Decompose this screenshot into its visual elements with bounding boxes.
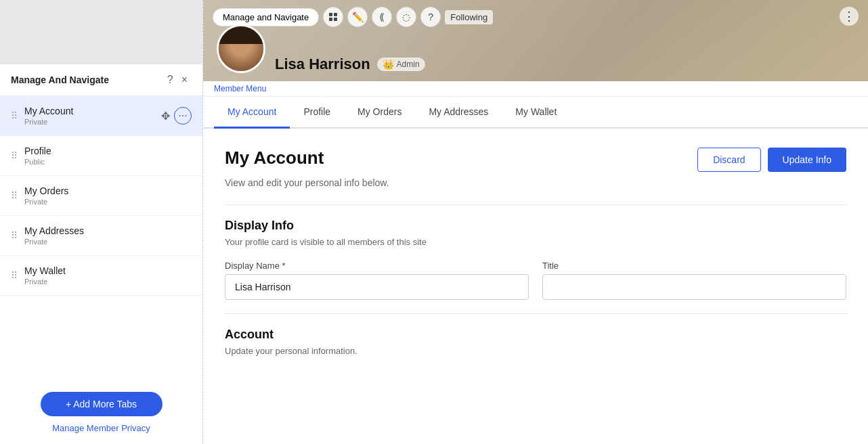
nav-item-my-wallet-name: My Wallet [24,265,192,276]
display-info-subtitle: Your profile card is visible to all memb… [225,237,846,247]
divider-2 [225,313,846,314]
nav-item-my-orders-privacy: Private [24,198,192,206]
manage-panel-title: Manage And Navigate [11,74,163,85]
drag-handle-profile[interactable]: ⠿ [11,150,18,161]
left-footer: + Add More Tabs Manage Member Privacy [0,378,202,444]
nav-item-my-orders-text: My Orders Private [24,185,192,206]
svg-rect-1 [334,13,337,16]
display-name-label: Display Name * [225,261,529,271]
drag-handle-my-wallet[interactable]: ⠿ [11,270,18,281]
following-label: Following [445,10,493,24]
admin-badge: 👑 Admin [377,58,425,71]
add-more-tabs-button[interactable]: + Add More Tabs [41,392,162,416]
manage-member-privacy-link[interactable]: Manage Member Privacy [52,423,150,433]
close-button[interactable]: × [177,72,192,87]
profile-avatar-wrap [217,24,265,73]
divider-1 [225,204,846,205]
profile-header: Manage and Navigate ✏️ ⟪ ◌ ? Following L… [203,0,868,81]
title-group: Title [542,261,846,300]
tabs-bar: My Account Profile My Orders My Addresse… [203,97,868,129]
nav-item-my-wallet[interactable]: ⠿ My Wallet Private [0,256,202,296]
display-name-group: Display Name * [225,261,529,300]
account-section-title: Account [225,328,846,342]
tab-profile[interactable]: Profile [290,97,344,129]
left-top-bg [0,0,202,64]
circle-icon[interactable]: ◌ [396,7,416,27]
drag-handle-my-account[interactable]: ⠿ [11,110,18,121]
help-button[interactable]: ? [163,72,177,87]
page-title: My Account [225,148,324,169]
layout-icon[interactable] [323,7,343,27]
left-panel: Manage And Navigate ? × ⠿ My Account Pri… [0,0,203,444]
nav-item-my-account-text: My Account Private [24,106,161,126]
move-icon-my-account[interactable]: ✥ [161,110,170,123]
title-label: Title [542,261,846,271]
svg-rect-3 [334,18,337,21]
nav-item-my-account-privacy: Private [24,118,161,126]
drag-handle-my-orders[interactable]: ⠿ [11,190,18,201]
nav-item-my-orders[interactable]: ⠿ My Orders Private [0,176,202,216]
nav-item-profile-name: Profile [24,146,192,156]
tab-my-wallet[interactable]: My Wallet [502,97,570,129]
nav-item-my-addresses-privacy: Private [24,238,192,246]
more-btn-my-account[interactable]: ··· [174,107,192,125]
manage-header: Manage And Navigate ? × [0,64,202,96]
nav-item-profile-privacy: Public [24,158,192,166]
help-circle-icon[interactable]: ? [420,7,441,27]
title-input[interactable] [542,274,846,300]
edit-icon[interactable]: ✏️ [347,7,368,27]
manage-navigate-button[interactable]: Manage and Navigate [213,8,319,26]
nav-item-my-addresses[interactable]: ⠿ My Addresses Private [0,216,202,256]
profile-name: Lisa Harrison [275,56,370,73]
svg-rect-0 [329,13,332,16]
nav-item-my-wallet-privacy: Private [24,278,192,286]
page-subtitle: View and edit your personal info below. [225,177,846,188]
nav-item-my-addresses-name: My Addresses [24,225,192,236]
display-info-title: Display Info [225,219,846,233]
nav-item-my-account-actions: ✥ ··· [161,107,192,125]
crown-icon: 👑 [383,59,394,70]
tab-my-orders[interactable]: My Orders [344,97,415,129]
admin-label: Admin [397,60,420,69]
nav-item-my-orders-name: My Orders [24,185,192,196]
nav-item-profile-text: Profile Public [24,146,192,166]
update-info-button[interactable]: Update Info [768,148,846,172]
main-content: My Account Discard Update Info View and … [203,129,868,444]
page-header: My Account Discard Update Info [225,148,846,172]
account-section-subtitle: Update your personal information. [225,346,846,356]
nav-item-my-account-name: My Account [24,106,161,116]
header-actions: Discard Update Info [697,148,846,172]
nav-item-my-addresses-text: My Addresses Private [24,225,192,246]
avatar-hair [219,26,263,44]
display-name-input[interactable] [225,274,529,300]
avatar-face [219,26,263,71]
profile-info: Lisa Harrison 👑 Admin [275,56,425,73]
member-menu-label: Member Menu [203,81,868,97]
nav-item-my-wallet-text: My Wallet Private [24,265,192,286]
discard-button[interactable]: Discard [697,148,760,172]
tab-my-account[interactable]: My Account [214,97,290,129]
right-panel: Manage and Navigate ✏️ ⟪ ◌ ? Following L… [203,0,868,444]
nav-item-profile[interactable]: ⠿ Profile Public [0,136,202,176]
back-arrows-icon[interactable]: ⟪ [372,7,392,27]
nav-items-list: ⠿ My Account Private ✥ ··· ⠿ Profile Pub… [0,96,202,378]
svg-rect-2 [329,18,332,21]
tab-my-addresses[interactable]: My Addresses [415,97,502,129]
nav-item-my-account[interactable]: ⠿ My Account Private ✥ ··· [0,96,202,136]
display-name-row: Display Name * Title [225,261,846,300]
toolbar: Manage and Navigate ✏️ ⟪ ◌ ? Following [203,7,868,27]
drag-handle-my-addresses[interactable]: ⠿ [11,230,18,241]
avatar [217,24,265,73]
